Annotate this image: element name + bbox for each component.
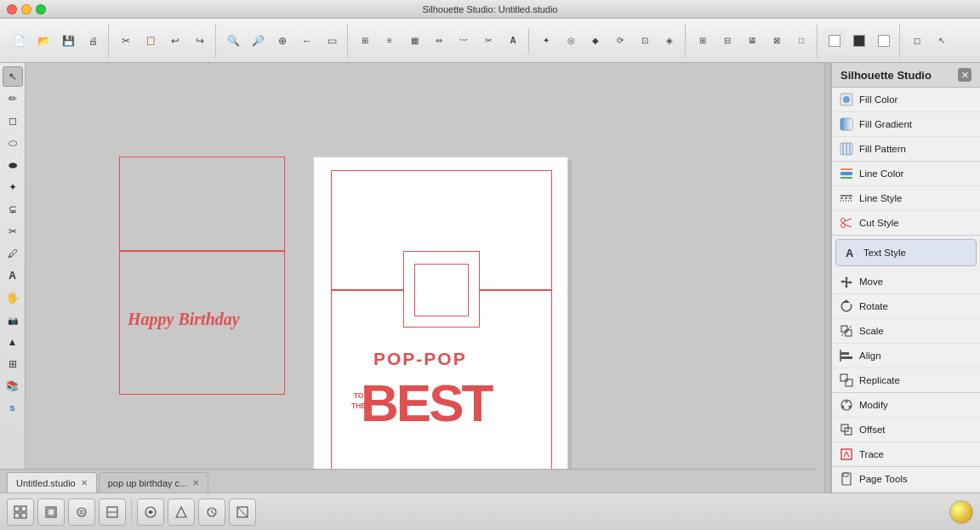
text-opts[interactable]: A [501,29,525,53]
line-section: Line Color Line Style Cut Style [832,162,980,236]
effects-section: Modify Offset Trace [832,393,980,467]
status-btn-7[interactable] [198,499,225,526]
display1-button[interactable]: ⊞ [691,29,715,53]
new-button[interactable]: 📄 [7,29,31,53]
offset-item[interactable]: Offset [832,418,980,442]
svg-rect-2 [840,118,852,130]
color1-button[interactable] [823,29,846,53]
align-opts[interactable]: ⇔ [427,29,451,53]
draw-tool[interactable]: ✏ [3,88,23,109]
tab-popup[interactable]: pop up birthday c... ✕ [99,472,209,493]
tab-popup-close[interactable]: ✕ [192,478,199,487]
diamond-button[interactable]: ◆ [584,29,607,53]
status-btn-2[interactable] [37,499,65,526]
redo-button[interactable]: ↪ [188,29,212,53]
grid-button[interactable]: ⊞ [353,29,377,53]
status-btn-8[interactable] [229,499,256,526]
close-button[interactable] [7,4,17,14]
library-tool[interactable]: 📚 [3,376,23,396]
print-button[interactable]: 🖨 [81,29,105,53]
silhouette-tool[interactable]: S [3,398,23,419]
line-style-item[interactable]: Line Style [832,186,980,211]
tab-untitled-close[interactable]: ✕ [81,478,88,487]
text-tool[interactable]: A [3,265,23,286]
align-label: Align [859,350,881,361]
offset-label: Offset [859,425,885,435]
maximize-button[interactable] [36,4,46,14]
right-panel-close[interactable]: ✕ [958,68,971,82]
color3-button[interactable] [872,29,896,53]
cut-tool[interactable]: ✂ [3,221,23,242]
status-indicator [949,500,973,524]
copy-button[interactable]: 📋 [139,29,162,53]
modify-item[interactable]: Modify [832,393,980,418]
cut-style-item[interactable]: Cut Style [832,211,980,235]
snap-button[interactable]: ≡ [378,29,402,53]
birthday-text: Happy Birthday [128,310,240,329]
display3-button[interactable]: 🖥 [740,29,764,53]
display2-button[interactable]: ⊟ [715,29,739,53]
line-tool[interactable]: ⊊ [3,199,23,219]
cut-button[interactable]: ✂ [114,29,138,53]
fill-color-item[interactable]: Fill Color [832,88,980,112]
status-btn-4[interactable] [99,499,126,526]
box-button[interactable]: ⊡ [633,29,657,53]
window-controls[interactable] [7,4,46,14]
pen-tool[interactable]: 🖊 [3,243,23,264]
zoom-out-button[interactable]: 🔎 [246,29,270,53]
ellipse-tool[interactable]: ⬭ [3,133,23,153]
status-btn-3[interactable] [68,499,95,526]
main-card[interactable]: POP-POP TOTHE BEST [313,157,568,497]
photo-tool[interactable]: 📷 [3,310,23,330]
line-color-item[interactable]: Line Color [832,162,980,186]
status-btn-6[interactable] [168,499,195,526]
group-tool[interactable]: ⊞ [3,354,23,374]
misc2-button[interactable]: ↖ [930,29,954,53]
misc1-button[interactable]: ◻ [905,29,929,53]
circle-button[interactable]: ◎ [559,29,583,53]
tab-untitled[interactable]: Untitled.studio ✕ [7,472,97,493]
line-style-icon [839,191,854,206]
trace-item[interactable]: Trace [832,442,980,466]
shape-tools: ✦ ◎ ◆ ⟳ ⊡ ◈ [531,24,686,58]
pattern-button[interactable]: ◈ [658,29,681,53]
move-item[interactable]: Move [832,270,980,294]
zoom-fit-button[interactable]: ⊕ [271,29,294,53]
minimize-button[interactable] [21,4,31,14]
select-tool[interactable]: ↖ [3,66,23,87]
rotate-button[interactable]: ⟳ [608,29,632,53]
open-button[interactable]: 📂 [31,29,55,53]
page-tools-item[interactable]: Page Tools [832,467,980,492]
circle-tool[interactable]: ⬬ [3,155,23,175]
status-btn-1[interactable] [7,499,34,526]
save-button[interactable]: 💾 [56,29,80,53]
svg-point-46 [80,510,83,514]
rotate-item[interactable]: Rotate [832,294,980,319]
guides-button[interactable]: ▦ [402,29,426,53]
view-button[interactable]: ▭ [320,29,344,53]
undo-button[interactable]: ↩ [163,29,187,53]
card-mid-inner [414,264,469,316]
canvas-area[interactable]: Happy Birthday POP-POP TOTHE BEST [26,63,824,530]
left-tool-panel: ↖ ✏ ◻ ⬭ ⬬ ✦ ⊊ ✂ 🖊 A 🖐 📷 ▲ ⊞ 📚 S [0,63,26,530]
path-tool[interactable]: ▲ [3,332,23,352]
fill-pattern-item[interactable]: Fill Pattern [832,137,980,161]
scale-item[interactable]: Scale [832,319,980,344]
display4-button[interactable]: ⊠ [765,29,789,53]
line-opts[interactable]: 〰 [452,29,476,53]
star-tool[interactable]: ✦ [3,177,23,197]
hand-tool[interactable]: 🖐 [3,288,23,308]
display5-button[interactable]: □ [789,29,813,53]
text-style-item[interactable]: A Text Style [836,240,976,265]
replicate-item[interactable]: Replicate [832,368,980,392]
pan-button[interactable]: ← [295,29,319,53]
fill-gradient-item[interactable]: Fill Gradient [832,112,980,137]
fill-button[interactable]: ✦ [534,29,558,53]
zoom-in-button[interactable]: 🔍 [221,29,245,53]
line-color-label: Line Color [859,168,903,179]
align-item[interactable]: Align [832,344,980,368]
color2-button[interactable] [847,29,871,53]
status-btn-5[interactable] [137,499,164,526]
cut-opts[interactable]: ✂ [476,29,500,53]
rect-tool[interactable]: ◻ [3,111,23,131]
